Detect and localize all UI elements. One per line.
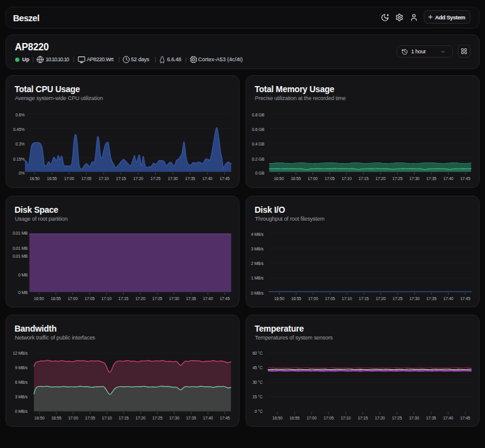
svg-text:45 °C: 45 °C	[252, 366, 263, 370]
svg-text:16:50: 16:50	[34, 296, 44, 301]
svg-text:17:05: 17:05	[85, 296, 95, 301]
svg-text:17:35: 17:35	[185, 176, 195, 181]
svg-text:17:45: 17:45	[460, 296, 470, 301]
svg-text:17:10: 17:10	[99, 176, 109, 181]
svg-text:17:35: 17:35	[426, 416, 436, 420]
svg-text:17:15: 17:15	[358, 176, 369, 181]
svg-text:17:00: 17:00	[307, 416, 317, 420]
svg-text:17:40: 17:40	[202, 176, 213, 181]
svg-text:17:35: 17:35	[426, 296, 436, 301]
svg-text:17:25: 17:25	[392, 416, 402, 420]
svg-text:0.01 MB: 0.01 MB	[13, 254, 28, 258]
svg-text:17:00: 17:00	[68, 296, 78, 301]
svg-text:30 °C: 30 °C	[252, 380, 263, 384]
svg-text:17:10: 17:10	[101, 296, 112, 301]
svg-text:17:00: 17:00	[308, 176, 318, 181]
svg-text:17:05: 17:05	[325, 296, 335, 301]
svg-text:17:45: 17:45	[219, 296, 230, 301]
svg-text:0.3%: 0.3%	[15, 142, 24, 146]
svg-text:17:35: 17:35	[186, 416, 196, 420]
svg-text:17:40: 17:40	[443, 176, 453, 181]
svg-text:4 MB/s: 4 MB/s	[251, 232, 264, 236]
svg-text:12 MB/s: 12 MB/s	[13, 351, 28, 355]
svg-text:0 MB: 0 MB	[18, 290, 28, 295]
svg-text:16:55: 16:55	[291, 296, 301, 301]
svg-text:17:30: 17:30	[168, 176, 178, 181]
svg-text:17:10: 17:10	[102, 416, 112, 420]
svg-text:17:40: 17:40	[203, 416, 213, 420]
svg-text:17:30: 17:30	[409, 416, 420, 420]
svg-text:16:55: 16:55	[52, 416, 62, 420]
svg-text:17:15: 17:15	[358, 416, 368, 420]
svg-text:0.01 MB: 0.01 MB	[13, 231, 28, 235]
svg-text:17:20: 17:20	[375, 416, 385, 420]
svg-text:17:10: 17:10	[341, 416, 351, 420]
svg-text:17:30: 17:30	[169, 296, 179, 301]
svg-text:17:05: 17:05	[81, 176, 92, 181]
svg-text:17:25: 17:25	[150, 176, 161, 181]
svg-text:0.45%: 0.45%	[13, 127, 25, 132]
svg-text:17:25: 17:25	[393, 296, 403, 301]
svg-text:17:45: 17:45	[219, 176, 230, 181]
svg-text:0 MB: 0 MB	[18, 273, 28, 277]
svg-text:17:20: 17:20	[135, 296, 146, 301]
svg-text:17:15: 17:15	[359, 296, 369, 301]
svg-text:16:50: 16:50	[30, 176, 40, 181]
svg-text:17:15: 17:15	[119, 416, 129, 420]
svg-text:17:25: 17:25	[392, 176, 403, 181]
svg-text:0.4 GB: 0.4 GB	[252, 142, 264, 146]
svg-text:17:45: 17:45	[460, 176, 470, 181]
svg-text:0 GB: 0 GB	[255, 171, 265, 175]
svg-text:17:20: 17:20	[133, 176, 144, 181]
svg-text:17:40: 17:40	[203, 296, 213, 301]
svg-text:0.8 GB: 0.8 GB	[252, 113, 264, 117]
svg-text:16:50: 16:50	[35, 416, 45, 420]
svg-text:0 MB/s: 0 MB/s	[251, 291, 264, 295]
svg-text:17:10: 17:10	[342, 296, 352, 301]
svg-text:17:30: 17:30	[409, 176, 420, 181]
svg-text:0.6 GB: 0.6 GB	[252, 127, 264, 132]
svg-text:17:35: 17:35	[186, 296, 196, 301]
svg-text:17:30: 17:30	[409, 296, 420, 301]
svg-text:17:05: 17:05	[324, 416, 334, 420]
svg-text:17:05: 17:05	[85, 416, 95, 420]
svg-text:17:20: 17:20	[375, 176, 386, 181]
svg-text:17:20: 17:20	[136, 416, 146, 420]
svg-text:2 MB/s: 2 MB/s	[251, 261, 264, 266]
svg-text:6 MB/s: 6 MB/s	[15, 380, 28, 384]
svg-text:17:25: 17:25	[152, 416, 162, 420]
svg-text:17:35: 17:35	[426, 176, 436, 181]
svg-text:16:55: 16:55	[47, 176, 57, 181]
svg-text:3 MB/s: 3 MB/s	[15, 395, 28, 399]
svg-text:17:45: 17:45	[220, 416, 230, 420]
svg-text:17:25: 17:25	[152, 296, 162, 301]
svg-text:16:55: 16:55	[51, 296, 61, 301]
svg-text:17:15: 17:15	[116, 176, 126, 181]
svg-text:17:40: 17:40	[443, 296, 453, 301]
svg-text:17:05: 17:05	[325, 176, 335, 181]
svg-text:17:20: 17:20	[376, 296, 386, 301]
svg-text:0%: 0%	[19, 171, 25, 175]
svg-text:16:55: 16:55	[291, 176, 301, 181]
svg-text:17:15: 17:15	[118, 296, 129, 301]
svg-text:3 MB/s: 3 MB/s	[251, 247, 264, 251]
svg-text:17:00: 17:00	[308, 296, 318, 301]
svg-text:17:40: 17:40	[443, 416, 453, 420]
svg-text:17:00: 17:00	[68, 416, 78, 420]
svg-text:0.6%: 0.6%	[15, 113, 24, 117]
svg-text:16:50: 16:50	[274, 296, 284, 301]
svg-text:17:00: 17:00	[64, 176, 75, 181]
svg-text:17:30: 17:30	[169, 416, 179, 420]
svg-text:9 MB/s: 9 MB/s	[15, 366, 28, 370]
svg-text:16:50: 16:50	[272, 416, 283, 420]
svg-text:0 MB/s: 0 MB/s	[15, 409, 28, 413]
svg-text:16:55: 16:55	[290, 416, 300, 420]
svg-text:1 MB/s: 1 MB/s	[251, 276, 264, 280]
svg-text:0 °C: 0 °C	[255, 409, 263, 413]
svg-text:17:45: 17:45	[460, 416, 470, 420]
svg-text:15 °C: 15 °C	[252, 395, 263, 399]
svg-text:0.2 GB: 0.2 GB	[252, 157, 264, 161]
svg-text:60 °C: 60 °C	[252, 351, 263, 355]
svg-text:17:10: 17:10	[341, 176, 352, 181]
svg-text:16:50: 16:50	[274, 176, 284, 181]
